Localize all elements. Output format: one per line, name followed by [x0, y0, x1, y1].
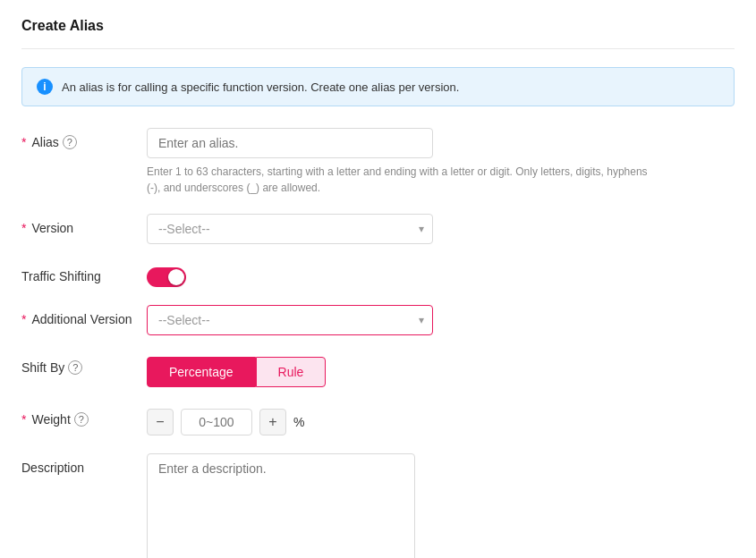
- alias-label: * Alias ?: [21, 128, 147, 149]
- traffic-shifting-row: Traffic Shifting: [21, 262, 735, 287]
- info-text: An alias is for calling a specific funct…: [62, 80, 459, 94]
- additional-version-select[interactable]: --Select--: [147, 305, 433, 335]
- version-label-text: Version: [31, 221, 73, 235]
- weight-label-text: Weight: [31, 412, 70, 427]
- shift-by-row: Shift By ? Percentage Rule: [21, 353, 735, 387]
- alias-hint: Enter 1 to 63 characters, starting with …: [147, 164, 648, 196]
- page-title: Create Alias: [21, 18, 735, 34]
- shift-by-control-area: Percentage Rule: [147, 353, 735, 387]
- info-icon: i: [37, 79, 53, 95]
- shift-by-rule-button[interactable]: Rule: [256, 357, 327, 387]
- version-row: * Version --Select-- ▾: [21, 214, 735, 244]
- shift-by-label: Shift By ?: [21, 353, 147, 375]
- traffic-shifting-label-text: Traffic Shifting: [21, 269, 101, 283]
- alias-help-icon[interactable]: ?: [63, 135, 77, 149]
- weight-control-area: − + %: [147, 405, 735, 435]
- shift-by-help-icon[interactable]: ?: [68, 360, 82, 375]
- additional-version-label-text: Additional Version: [31, 312, 132, 326]
- alias-label-text: Alias: [31, 135, 58, 149]
- additional-version-control-area: --Select-- ▾: [147, 305, 735, 335]
- version-control-area: --Select-- ▾: [147, 214, 735, 244]
- shift-by-percentage-button[interactable]: Percentage: [147, 357, 256, 387]
- version-select-wrapper: --Select-- ▾: [147, 214, 433, 244]
- weight-increment-button[interactable]: +: [259, 409, 286, 435]
- alias-control-area: Enter 1 to 63 characters, starting with …: [147, 128, 735, 196]
- weight-help-icon[interactable]: ?: [74, 412, 89, 427]
- weight-input-group: − + %: [147, 405, 735, 435]
- alias-required-star: *: [21, 135, 26, 149]
- weight-input[interactable]: [181, 409, 252, 435]
- version-required-star: *: [21, 221, 26, 235]
- alias-input[interactable]: [147, 128, 433, 158]
- shift-by-group: Percentage Rule: [147, 353, 735, 387]
- page-container: Create Alias i An alias is for calling a…: [0, 0, 756, 558]
- version-label: * Version: [21, 214, 147, 235]
- weight-row: * Weight ? − + %: [21, 405, 735, 435]
- additional-version-row: * Additional Version --Select-- ▾: [21, 305, 735, 335]
- additional-version-select-wrapper: --Select-- ▾: [147, 305, 433, 335]
- description-label-text: Description: [21, 461, 84, 475]
- alias-row: * Alias ? Enter 1 to 63 characters, star…: [21, 128, 735, 196]
- description-row: Description 0/512: [21, 453, 735, 558]
- info-banner: i An alias is for calling a specific fun…: [21, 67, 735, 106]
- toggle-container: [147, 262, 735, 287]
- traffic-shifting-control-area: [147, 262, 735, 287]
- description-control-area: 0/512: [147, 453, 735, 558]
- version-select[interactable]: --Select--: [147, 214, 433, 244]
- weight-label: * Weight ?: [21, 405, 147, 427]
- weight-unit-label: %: [293, 415, 304, 429]
- additional-version-label: * Additional Version: [21, 305, 147, 326]
- traffic-shifting-toggle[interactable]: [147, 267, 186, 287]
- divider: [21, 48, 735, 49]
- description-textarea[interactable]: [147, 453, 415, 558]
- description-label: Description: [21, 453, 147, 475]
- weight-decrement-button[interactable]: −: [147, 409, 174, 435]
- weight-required-star: *: [21, 412, 26, 427]
- traffic-shifting-label: Traffic Shifting: [21, 262, 147, 283]
- additional-version-required-star: *: [21, 312, 26, 326]
- toggle-knob: [168, 269, 184, 285]
- shift-by-label-text: Shift By: [21, 360, 64, 375]
